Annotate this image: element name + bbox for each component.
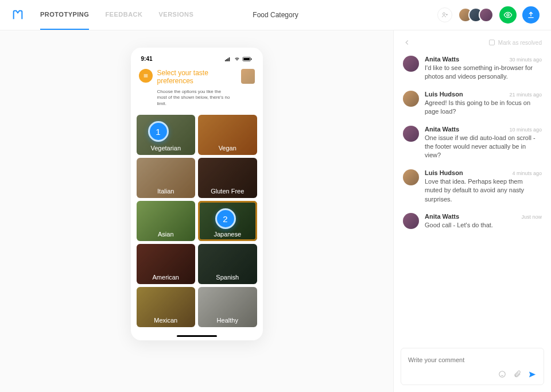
category-label: Asian bbox=[158, 231, 174, 238]
wifi-icon bbox=[234, 57, 240, 61]
send-button[interactable] bbox=[528, 370, 537, 379]
category-label: Vegan bbox=[219, 145, 236, 152]
category-label: Japanese bbox=[214, 231, 241, 238]
app-logo[interactable] bbox=[11, 9, 24, 21]
tab-versions[interactable]: VERSIONS bbox=[159, 0, 194, 30]
comment-marker-2[interactable]: 2 bbox=[215, 208, 236, 229]
comment-author: Luis Hudson bbox=[425, 91, 463, 98]
category-label: Spanish bbox=[216, 274, 239, 281]
category-card[interactable]: Gluten Free bbox=[198, 158, 257, 198]
menu-icon[interactable] bbox=[139, 69, 153, 83]
comment-marker-1[interactable]: 1 bbox=[148, 121, 169, 142]
comment-author: Anita Watts bbox=[425, 213, 459, 220]
avatar[interactable] bbox=[403, 169, 419, 185]
back-button[interactable] bbox=[403, 38, 411, 46]
category-card[interactable]: Mexican bbox=[137, 287, 196, 327]
avatar[interactable] bbox=[403, 126, 419, 142]
tab-feedback[interactable]: FEEDBACK bbox=[105, 0, 142, 30]
comment-text: Love that idea. Perhaps keep them muted … bbox=[425, 177, 542, 204]
nav-tabs: PROTOTYPING FEEDBACK VERSIONS bbox=[40, 0, 193, 30]
svg-point-0 bbox=[443, 13, 445, 15]
category-card[interactable]: Italian bbox=[137, 158, 196, 198]
comment-item: Luis Hudson4 minuts agoLove that idea. P… bbox=[403, 165, 542, 208]
category-label: Italian bbox=[157, 188, 174, 195]
status-icons bbox=[225, 57, 253, 61]
emoji-icon[interactable] bbox=[498, 370, 506, 379]
collaborator-avatars bbox=[458, 7, 494, 22]
page-title: Food Category bbox=[253, 11, 298, 19]
comment-time: 21 minuts ago bbox=[509, 92, 542, 98]
avatar[interactable] bbox=[479, 7, 494, 22]
svg-rect-7 bbox=[243, 58, 250, 60]
resolve-label: Mark as resolved bbox=[498, 40, 542, 46]
avatar[interactable] bbox=[403, 56, 419, 72]
app-header: PROTOTYPING FEEDBACK VERSIONS Food Categ… bbox=[0, 0, 551, 30]
comment-item: Anita WattsJust nowGood call - Let's do … bbox=[403, 208, 542, 234]
upload-button[interactable] bbox=[522, 6, 540, 24]
home-indicator bbox=[177, 335, 217, 337]
comment-time: 4 minuts ago bbox=[512, 170, 542, 176]
svg-rect-2 bbox=[225, 60, 226, 61]
comment-time: Just now bbox=[521, 214, 542, 220]
comment-author: Anita Watts bbox=[425, 126, 459, 133]
checkbox-icon bbox=[489, 40, 495, 45]
status-time: 9:41 bbox=[141, 56, 153, 62]
attach-icon[interactable] bbox=[513, 370, 521, 379]
category-label: Gluten Free bbox=[211, 188, 244, 195]
comment-time: 30 minuts ago bbox=[509, 57, 542, 63]
avatar[interactable] bbox=[403, 91, 419, 107]
category-label: Mexican bbox=[154, 317, 177, 324]
comment-composer bbox=[401, 348, 544, 385]
canvas-area[interactable]: 9:41 Select your taste preferences Choos… bbox=[0, 30, 393, 392]
comment-item: Anita Watts30 minuts agoI'd like to see … bbox=[403, 51, 542, 86]
signal-icon bbox=[225, 57, 232, 61]
category-grid: VegetarianVeganItalianGluten FreeAsianJa… bbox=[137, 115, 257, 327]
user-avatar-thumb[interactable] bbox=[241, 69, 254, 84]
comment-text: Agreed! Is this going to be in focus on … bbox=[425, 99, 542, 117]
svg-rect-8 bbox=[251, 58, 251, 60]
category-card[interactable]: Healthy bbox=[198, 287, 257, 327]
comments-list: Anita Watts30 minuts agoI'd like to see … bbox=[394, 51, 551, 341]
comment-text: One issue if we did auto-load on scroll … bbox=[425, 134, 542, 160]
comment-text: I'd like to see something in-browser for… bbox=[425, 64, 542, 81]
category-card[interactable]: Vegan bbox=[198, 115, 257, 155]
header-actions bbox=[437, 6, 540, 24]
category-label: Vegetarian bbox=[150, 145, 181, 152]
avatar[interactable] bbox=[403, 213, 419, 229]
comment-author: Anita Watts bbox=[425, 56, 459, 63]
add-user-button[interactable] bbox=[437, 7, 452, 22]
battery-icon bbox=[242, 57, 253, 61]
category-card[interactable]: Asian bbox=[137, 201, 196, 241]
phone-mockup: 9:41 Select your taste preferences Choos… bbox=[131, 48, 263, 340]
category-card[interactable]: American bbox=[137, 244, 196, 284]
comment-time: 10 minuts ago bbox=[509, 127, 542, 133]
mark-resolved-toggle[interactable]: Mark as resolved bbox=[489, 40, 542, 46]
screen-title: Select your taste preferences bbox=[157, 69, 237, 86]
comment-item: Luis Hudson21 minuts agoAgreed! Is this … bbox=[403, 86, 542, 121]
tab-prototyping[interactable]: PROTOTYPING bbox=[40, 0, 89, 30]
svg-point-1 bbox=[507, 14, 509, 16]
comment-text: Good call - Let's do that. bbox=[425, 221, 542, 230]
status-bar: 9:41 bbox=[137, 56, 257, 65]
svg-rect-4 bbox=[227, 58, 228, 61]
comment-input[interactable] bbox=[408, 356, 537, 363]
svg-rect-5 bbox=[228, 57, 230, 61]
screen-subtitle: Choose the options you like the most of … bbox=[157, 89, 232, 107]
svg-point-9 bbox=[499, 371, 506, 378]
svg-rect-3 bbox=[226, 59, 227, 61]
comment-author: Luis Hudson bbox=[425, 169, 463, 176]
category-label: American bbox=[153, 274, 179, 281]
main-layout: 9:41 Select your taste preferences Choos… bbox=[0, 30, 551, 392]
comment-item: Anita Watts10 minuts agoOne issue if we … bbox=[403, 121, 542, 165]
category-card[interactable]: Spanish bbox=[198, 244, 257, 284]
preview-button[interactable] bbox=[499, 6, 517, 24]
comments-sidebar: Mark as resolved Anita Watts30 minuts ag… bbox=[393, 30, 551, 392]
category-label: Healthy bbox=[217, 317, 238, 324]
